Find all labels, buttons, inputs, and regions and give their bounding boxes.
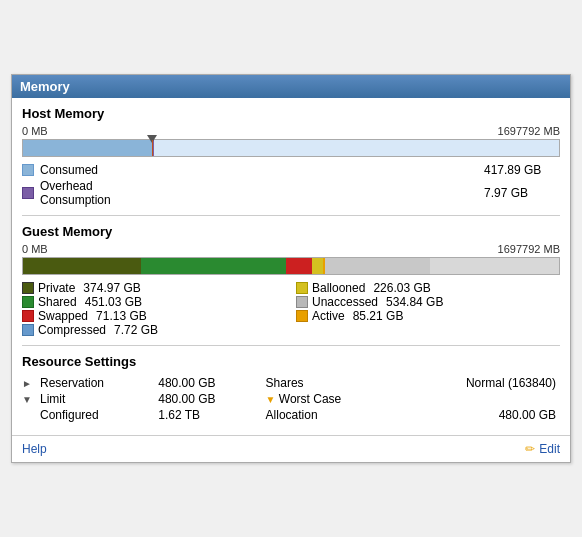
worst-case-cell: ▼ Worst Case bbox=[262, 391, 399, 407]
edit-link[interactable]: ✏ Edit bbox=[525, 442, 560, 456]
host-bar bbox=[22, 139, 560, 157]
divider-2 bbox=[22, 345, 560, 346]
active-box bbox=[296, 310, 308, 322]
allocation-value: 480.00 GB bbox=[399, 407, 560, 423]
legend-row-compressed: Compressed 7.72 GB bbox=[22, 323, 286, 337]
unaccessed-value: 534.84 GB bbox=[386, 295, 443, 309]
host-bar-line bbox=[152, 140, 153, 156]
host-memory-title: Host Memory bbox=[22, 106, 560, 121]
unaccessed-box bbox=[296, 296, 308, 308]
consumed-legend-box bbox=[22, 164, 34, 176]
resource-settings-title: Resource Settings bbox=[22, 354, 560, 369]
guest-bar-unaccessed bbox=[323, 258, 430, 274]
divider-1 bbox=[22, 215, 560, 216]
legend-row-unaccessed: Unaccessed 534.84 GB bbox=[296, 295, 560, 309]
legend-row-shared: Shared 451.03 GB bbox=[22, 295, 286, 309]
memory-panel: Memory Host Memory 0 MB 1697792 MB Consu… bbox=[11, 74, 571, 463]
resource-settings-table: ► Reservation 480.00 GB Shares Normal (1… bbox=[22, 375, 560, 423]
compressed-label: Compressed bbox=[38, 323, 106, 337]
worst-case-arrow: ▼ bbox=[266, 394, 276, 405]
private-value: 374.97 GB bbox=[83, 281, 140, 295]
guest-bar bbox=[22, 257, 560, 275]
consumed-legend-value: 417.89 GB bbox=[480, 163, 560, 177]
allocation-label: Allocation bbox=[262, 407, 399, 423]
compressed-value: 7.72 GB bbox=[114, 323, 158, 337]
limit-arrow-cell: ▼ bbox=[22, 391, 36, 407]
legend-row-swapped: Swapped 71.13 GB bbox=[22, 309, 286, 323]
host-legend: Consumed 417.89 GB Overhead Consumption … bbox=[22, 163, 560, 207]
compressed-box bbox=[22, 324, 34, 336]
panel-body: Host Memory 0 MB 1697792 MB Consumed 417… bbox=[12, 98, 570, 431]
legend-row-private: Private 374.97 GB bbox=[22, 281, 286, 295]
table-row: ► Reservation 480.00 GB Shares Normal (1… bbox=[22, 375, 560, 391]
reservation-arrow-icon: ► bbox=[22, 378, 32, 389]
host-consumed-bar bbox=[23, 140, 152, 156]
reservation-value: 480.00 GB bbox=[154, 375, 261, 391]
swapped-box bbox=[22, 310, 34, 322]
legend-row-active: Active 85.21 GB bbox=[296, 309, 560, 323]
limit-label: Limit bbox=[36, 391, 154, 407]
active-label: Active bbox=[312, 309, 345, 323]
edit-pencil-icon: ✏ bbox=[525, 442, 535, 456]
configured-indent bbox=[22, 407, 36, 423]
limit-arrow-icon: ▼ bbox=[22, 394, 32, 405]
host-range-max: 1697792 MB bbox=[498, 125, 560, 137]
reservation-arrow-cell: ► bbox=[22, 375, 36, 391]
panel-title: Memory bbox=[20, 79, 70, 94]
help-link[interactable]: Help bbox=[22, 442, 47, 456]
overhead-legend-label: Overhead Consumption bbox=[40, 179, 476, 207]
ballooned-value: 226.03 GB bbox=[373, 281, 430, 295]
configured-value: 1.62 TB bbox=[154, 407, 261, 423]
shared-value: 451.03 GB bbox=[85, 295, 142, 309]
worst-case-label: Worst Case bbox=[279, 392, 341, 406]
configured-label: Configured bbox=[36, 407, 154, 423]
table-row: ▼ Limit 480.00 GB ▼ Worst Case bbox=[22, 391, 560, 407]
panel-header: Memory bbox=[12, 75, 570, 98]
guest-legend: Private 374.97 GB Shared 451.03 GB Swapp… bbox=[22, 281, 560, 337]
consumed-legend-label: Consumed bbox=[40, 163, 476, 177]
guest-bar-private bbox=[23, 258, 141, 274]
private-label: Private bbox=[38, 281, 75, 295]
ballooned-box bbox=[296, 282, 308, 294]
guest-legend-right: Ballooned 226.03 GB Unaccessed 534.84 GB… bbox=[296, 281, 560, 337]
edit-label: Edit bbox=[539, 442, 560, 456]
guest-memory-title: Guest Memory bbox=[22, 224, 560, 239]
shares-value: Normal (163840) bbox=[399, 375, 560, 391]
swapped-label: Swapped bbox=[38, 309, 88, 323]
shared-label: Shared bbox=[38, 295, 77, 309]
table-row: Configured 1.62 TB Allocation 480.00 GB bbox=[22, 407, 560, 423]
host-range-labels: 0 MB 1697792 MB bbox=[22, 125, 560, 137]
reservation-label: Reservation bbox=[36, 375, 154, 391]
swapped-value: 71.13 GB bbox=[96, 309, 147, 323]
guest-range-max: 1697792 MB bbox=[498, 243, 560, 255]
guest-range-min: 0 MB bbox=[22, 243, 48, 255]
legend-row-ballooned: Ballooned 226.03 GB bbox=[296, 281, 560, 295]
footer: Help ✏ Edit bbox=[12, 435, 570, 462]
worst-case-value bbox=[399, 391, 560, 407]
overhead-legend-value: 7.97 GB bbox=[480, 186, 560, 200]
overhead-legend-box bbox=[22, 187, 34, 199]
guest-legend-left: Private 374.97 GB Shared 451.03 GB Swapp… bbox=[22, 281, 286, 337]
guest-bar-shared bbox=[141, 258, 286, 274]
ballooned-label: Ballooned bbox=[312, 281, 365, 295]
unaccessed-label: Unaccessed bbox=[312, 295, 378, 309]
guest-range-labels: 0 MB 1697792 MB bbox=[22, 243, 560, 255]
shares-label: Shares bbox=[262, 375, 399, 391]
guest-bar-rest bbox=[430, 258, 559, 274]
limit-value: 480.00 GB bbox=[154, 391, 261, 407]
guest-bar-ballooned bbox=[312, 258, 323, 274]
host-range-min: 0 MB bbox=[22, 125, 48, 137]
guest-bar-swapped bbox=[286, 258, 313, 274]
active-value: 85.21 GB bbox=[353, 309, 404, 323]
private-box bbox=[22, 282, 34, 294]
shared-box bbox=[22, 296, 34, 308]
